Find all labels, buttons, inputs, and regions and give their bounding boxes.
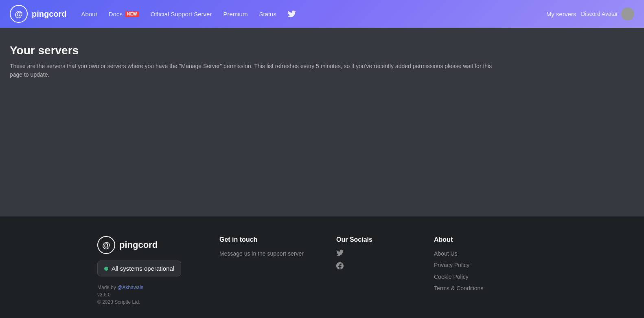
avatar (621, 7, 634, 20)
brand-logo[interactable]: @ pingcord (10, 5, 67, 23)
footer-about-col: About About Us Privacy Policy Cookie Pol… (434, 236, 499, 296)
footer-made-by: Made by @Akhawais (97, 285, 187, 290)
status-dot-icon (104, 267, 108, 271)
footer-terms-link[interactable]: Terms & Conditions (434, 284, 499, 293)
footer-col-title-about: About (434, 236, 499, 243)
footer-our-socials: Our Socials (336, 236, 401, 275)
page-title: Your servers (10, 44, 634, 57)
twitter-icon (288, 10, 296, 18)
my-servers-link[interactable]: My servers (546, 11, 576, 18)
footer-twitter-icon (336, 249, 344, 256)
status-text: All systems operational (112, 265, 174, 272)
page-subtitle: These are the servers that you own or se… (10, 62, 498, 79)
footer: @ pingcord All systems operational Made … (0, 216, 644, 318)
footer-inner: @ pingcord All systems operational Made … (78, 236, 566, 305)
navbar: @ pingcord About Docs NEW Official Suppo… (0, 0, 644, 28)
made-by-user-link[interactable]: @Akhawais (117, 285, 143, 290)
logo-icon: @ (10, 5, 28, 23)
footer-col-title-socials: Our Socials (336, 236, 401, 243)
nav-docs[interactable]: Docs NEW (104, 7, 144, 21)
footer-col-title-get-in-touch: Get in touch (219, 236, 304, 243)
footer-version: v2.6.0 (97, 292, 187, 298)
footer-twitter-link[interactable] (336, 249, 401, 260)
status-badge[interactable]: All systems operational (97, 261, 181, 276)
main-content: Your servers These are the servers that … (0, 28, 644, 216)
footer-logo-icon: @ (97, 236, 115, 254)
footer-support-text: Message us in the support server (219, 249, 304, 258)
footer-logo-name: pingcord (119, 240, 158, 250)
navbar-right: My servers Discord Avatar (546, 7, 634, 20)
footer-cookie-policy-link[interactable]: Cookie Policy (434, 272, 499, 281)
nav-links: About Docs NEW Official Support Server P… (77, 7, 537, 21)
footer-brand-col: @ pingcord All systems operational Made … (97, 236, 187, 305)
footer-copyright: © 2023 Scriptle Ltd. (97, 299, 187, 305)
nav-twitter[interactable] (283, 7, 301, 21)
discord-avatar-area: Discord Avatar (581, 7, 634, 20)
footer-logo: @ pingcord (97, 236, 187, 254)
docs-badge: NEW (125, 11, 139, 17)
discord-label: Discord Avatar (581, 11, 618, 17)
footer-privacy-policy-link[interactable]: Privacy Policy (434, 261, 499, 269)
footer-facebook-icon (336, 262, 344, 269)
nav-support[interactable]: Official Support Server (146, 7, 217, 21)
nav-premium[interactable]: Premium (218, 7, 252, 21)
nav-about[interactable]: About (77, 7, 102, 21)
footer-facebook-link[interactable] (336, 262, 401, 273)
footer-about-us-link[interactable]: About Us (434, 249, 499, 258)
nav-status[interactable]: Status (254, 7, 281, 21)
brand-name: pingcord (32, 9, 67, 19)
footer-get-in-touch: Get in touch Message us in the support s… (219, 236, 304, 261)
